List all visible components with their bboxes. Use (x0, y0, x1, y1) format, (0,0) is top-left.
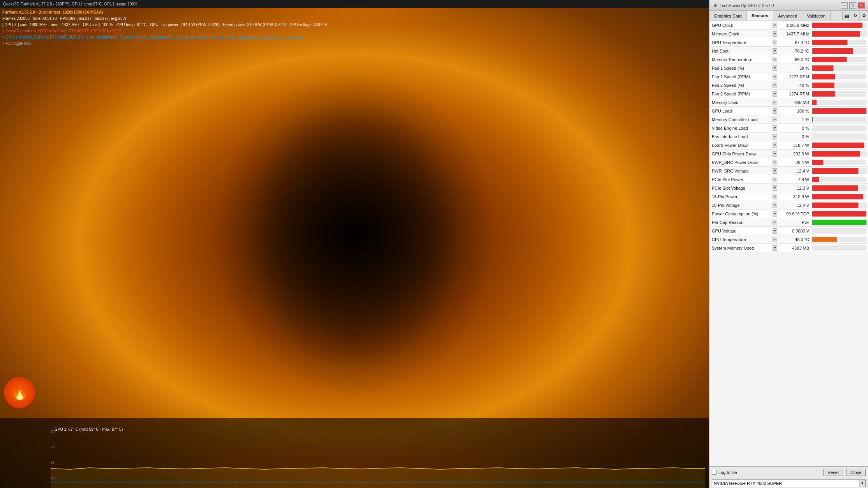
sensor-bar (812, 220, 866, 225)
gpu-selector-arrow[interactable]: ▼ (859, 479, 866, 487)
sensor-bar (812, 228, 842, 234)
sensor-dropdown-arrow[interactable]: ▼ (773, 83, 777, 88)
sensor-name-label: GPU Load (712, 109, 732, 113)
sensor-value: 99.6 % TDP (780, 211, 811, 216)
sensor-row: CPU Temperature▼48.0 °C (709, 235, 868, 244)
sensor-bar-container (812, 160, 866, 165)
camera-icon[interactable]: 📷 (842, 11, 851, 21)
sensor-row: Fan 1 Speed (RPM)▼1277 RPM (709, 72, 868, 81)
sensor-row: 16-Pin Voltage▼12.4 V (709, 201, 868, 210)
sensor-value: 4383 MB (780, 246, 811, 250)
sensor-dropdown-arrow[interactable]: ▼ (773, 203, 777, 208)
gpuz-footer: Log to file Reset Close (709, 466, 868, 478)
sensor-dropdown-arrow[interactable]: ▼ (773, 177, 777, 182)
svg-text:68: 68 (51, 445, 55, 449)
sensor-bar (812, 91, 835, 97)
sensor-value: 318.7 W (780, 143, 811, 148)
sensor-dropdown-arrow[interactable]: ▼ (773, 194, 777, 199)
sensor-bar-container (812, 74, 866, 79)
sensor-row: Memory Used▼936 MB (709, 98, 868, 107)
sensor-name-label: Video Engine Load (712, 126, 748, 130)
sensor-bar-container (812, 65, 866, 71)
sensor-dropdown-arrow[interactable]: ▼ (773, 74, 777, 79)
sensor-value: 78.2 °C (780, 49, 811, 53)
restore-button[interactable]: □ (849, 2, 856, 9)
sensor-name-label: CPU Temperature (712, 237, 746, 242)
sensor-dropdown-arrow[interactable]: ▼ (773, 143, 777, 148)
sensor-dropdown-arrow[interactable]: ▼ (773, 117, 777, 122)
sensor-value: 0 % (780, 126, 811, 130)
sensor-name-label: Fan 2 Speed (RPM) (712, 92, 750, 96)
sensor-dropdown-arrow[interactable]: ▼ (773, 125, 777, 131)
sensor-value: Pwr (780, 220, 811, 225)
sensor-dropdown-arrow[interactable]: ▼ (773, 220, 777, 225)
furmark-title-text: Geeks3D FurMark v1.37.2.0 - 269FPS, GPU1… (3, 2, 138, 6)
svg-text:70: 70 (51, 430, 55, 433)
log-to-file-checkbox-area[interactable]: Log to file (712, 470, 737, 475)
sensor-bar (812, 108, 866, 114)
sensor-name-label: PWR_SRC Voltage (712, 169, 749, 173)
sensor-value: 66.0 °C (780, 57, 811, 62)
graph-svg: 70 68 65 60 (51, 426, 705, 488)
sensor-dropdown-arrow[interactable]: ▼ (773, 168, 777, 174)
settings-icon[interactable]: ⚙ (859, 11, 868, 21)
sensor-dropdown-arrow[interactable]: ▼ (773, 91, 777, 97)
sensor-name-label: Memory Controller Load (712, 117, 758, 122)
tab-graphics-card[interactable]: Graphics Card (709, 11, 747, 21)
sensor-name-label: Power Consumption (%) (712, 211, 758, 216)
sensor-dropdown-arrow[interactable]: ▼ (773, 23, 777, 28)
sensor-bar (812, 151, 860, 157)
sensor-dropdown-arrow[interactable]: ▼ (773, 185, 777, 191)
sensor-bar (812, 168, 858, 174)
sensor-name-label: GPU Clock (712, 23, 733, 28)
close-button[interactable]: ✕ (858, 2, 865, 9)
sensor-dropdown-arrow[interactable]: ▼ (773, 211, 777, 217)
sensor-bar-container (812, 108, 866, 114)
sensor-dropdown-arrow[interactable]: ▼ (773, 100, 777, 105)
sensor-dropdown-arrow[interactable]: ▼ (773, 160, 777, 165)
sensor-bar-container (812, 117, 866, 122)
tab-advanced[interactable]: Advanced (773, 11, 802, 21)
sensor-bar (812, 185, 858, 191)
sensor-name-label: Fan 1 Speed (RPM) (712, 74, 750, 79)
sensor-dropdown-arrow[interactable]: ▼ (773, 108, 777, 114)
sensor-bar (812, 194, 863, 199)
sensor-name-label: Board Power Draw (712, 143, 748, 148)
sensor-dropdown-arrow[interactable]: ▼ (773, 65, 777, 71)
sensor-value: 48.0 °C (780, 237, 811, 242)
sensor-value: 1 % (780, 117, 811, 122)
sensor-row: 16-Pin Power▼310.9 W (709, 192, 868, 201)
sensor-bar-container (812, 83, 866, 88)
refresh-icon[interactable]: ↻ (851, 11, 859, 21)
sensor-dropdown-arrow[interactable]: ▼ (773, 31, 777, 37)
tab-validation[interactable]: Validation (802, 11, 831, 21)
sensor-dropdown-arrow[interactable]: ▼ (773, 151, 777, 157)
tab-sensors[interactable]: Sensors (747, 11, 773, 21)
sensor-name-label: Memory Used (712, 100, 738, 105)
sensor-row: Memory Clock▼1437.7 MHz (709, 30, 868, 38)
sensor-row: GPU Chip Power Draw▼292.3 W (709, 150, 868, 158)
log-to-file-checkbox[interactable] (712, 470, 717, 475)
sensor-dropdown-arrow[interactable]: ▼ (773, 40, 777, 45)
sensor-bar (812, 117, 813, 122)
sensor-dropdown-arrow[interactable]: ▼ (773, 245, 777, 251)
sensor-row: GPU Voltage▼0.9000 V (709, 227, 868, 235)
sensor-dropdown-arrow[interactable]: ▼ (773, 134, 777, 139)
minimize-button[interactable]: ─ (841, 2, 848, 9)
sensor-bar-container (812, 23, 866, 28)
sensor-value: 1437.7 MHz (780, 32, 811, 36)
sensor-dropdown-arrow[interactable]: ▼ (773, 228, 777, 234)
reset-button[interactable]: Reset (823, 469, 843, 476)
sensor-value: 936 MB (780, 100, 811, 105)
gpu-selector-input[interactable] (712, 479, 859, 487)
info-line3: [ GPU-Z ] core: 1800 MHz - mem: 1437 MHz… (2, 22, 707, 28)
sensor-value: 7.8 W (780, 177, 811, 182)
sensor-dropdown-arrow[interactable]: ▼ (773, 237, 777, 242)
sensor-value: 12.3 V (780, 186, 811, 190)
sensor-dropdown-arrow[interactable]: ▼ (773, 57, 777, 62)
sensor-dropdown-arrow[interactable]: ▼ (773, 48, 777, 54)
sensor-bar (812, 40, 847, 45)
close-panel-button[interactable]: Close (846, 469, 866, 476)
sensor-bar (812, 237, 837, 242)
temperature-graph: GPU 1: 67° C (min: 59° C - max: 67° C) 7… (0, 418, 709, 488)
